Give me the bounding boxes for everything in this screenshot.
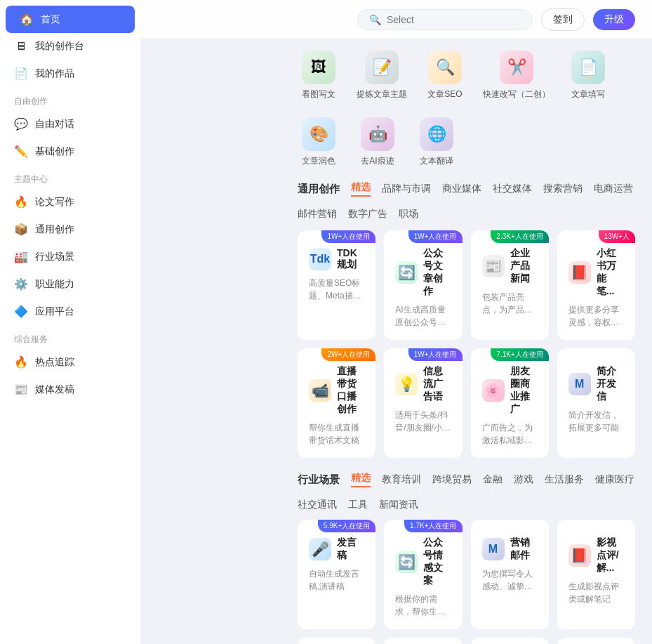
industry-tab-health[interactable]: 健康医疗 <box>595 473 634 486</box>
sidebar-item-hotspot[interactable]: 🔥 热点追踪 <box>0 348 140 376</box>
tool-refine-theme[interactable]: 📝 提炼文章主题 <box>357 51 407 100</box>
general-tab-ecommerce[interactable]: 电商运营 <box>594 183 633 195</box>
industry-tab-cross[interactable]: 跨境贸易 <box>432 473 472 486</box>
tool-translate[interactable]: 🌐 文本翻译 <box>415 117 458 167</box>
general-cards-grid: 1W+人在使用 Tdk TDK规划 高质量SEO标题、Meta描述和关键字，快速… <box>298 230 635 458</box>
sidebar-item-industry[interactable]: 🏭 行业场景 <box>0 243 140 270</box>
card-xhs-badge: 13W+人 <box>599 230 635 243</box>
card-movie-review[interactable]: 📕 影视点评/解... 生成影视点评类或解笔记 <box>557 520 635 629</box>
general-tab-workplace[interactable]: 职场 <box>399 208 418 221</box>
article-color-icon: 🎨 <box>302 117 335 151</box>
card-emotion-title: 公众号情感文案 <box>423 537 451 587</box>
tool-look-write[interactable]: 🖼 看图写文 <box>298 51 340 100</box>
general-section-tabs: 通用创作 精选 品牌与市调 商业媒体 社交媒体 搜索营销 电商运营 邮件营销 数… <box>298 181 635 221</box>
signin-button[interactable]: 签到 <box>541 8 585 31</box>
card-live-title: 直播带货口播创作 <box>337 365 364 416</box>
card-emotion-icon: 🔄 <box>395 551 418 573</box>
sidebar-item-home[interactable]: 🏠 首页 <box>6 6 135 33</box>
upgrade-button[interactable]: 升级 <box>593 9 635 30</box>
card-friend-title: 朋友圈商业推广 <box>510 365 538 416</box>
quick-rewrite-icon: ✂️ <box>500 51 533 84</box>
card-customs-reply[interactable]: M 清关回复信 包裹在海关清关、客服回复信 <box>384 638 462 644</box>
edit-icon: ✏️ <box>14 145 28 158</box>
card-info-header: 💡 信息流广告语 <box>395 365 451 403</box>
translate-icon: 🌐 <box>420 117 453 151</box>
card-gzh-create[interactable]: 1W+人在使用 🔄 公众号文章创作 AI生成高质量原创公众号文章，帮助您轻松实现… <box>384 230 462 340</box>
card-emotion-gzh[interactable]: 1.7K+人在使用 🔄 公众号情感文案 根据你的需求，帮你生成情感文案类公众号文… <box>384 520 462 629</box>
sidebar-item-free-chat[interactable]: 💬 自由对话 <box>0 110 140 138</box>
section-label-theme: 主题中心 <box>0 165 140 188</box>
card-tdk-desc: 高质量SEO标题、Meta描述和关键字，快速提升... <box>309 277 364 302</box>
look-write-icon: 🖼 <box>302 51 335 84</box>
industry-cards-grid: 5.9K+人在使用 🎤 发言稿 自动生成发言稿,演讲稿 1.7K+人在使用 🔄 … <box>298 520 635 644</box>
general-tab-digital[interactable]: 数字广告 <box>348 208 387 221</box>
industry-tab-game[interactable]: 游戏 <box>514 473 533 486</box>
industry-tab-finance[interactable]: 金融 <box>483 473 503 486</box>
industry-tab-social[interactable]: 社交通讯 <box>298 499 337 511</box>
card-news-desc: 包装产品亮点，为产品推广提供更多可能 <box>482 291 538 316</box>
card-car-notes[interactable]: 📕 汽车试驾笔记 帮你生成各类汽车试驾类型的笔记 <box>471 638 549 644</box>
card-xhs-title: 小红书万能笔... <box>597 247 624 298</box>
general-tab-biz-media[interactable]: 商业媒体 <box>442 183 481 195</box>
card-intro-icon: M <box>568 373 591 395</box>
general-tab-selected[interactable]: 精选 <box>351 181 371 197</box>
card-gzh-title: 公众号文章创作 <box>423 247 451 298</box>
look-write-label: 看图写文 <box>302 88 335 100</box>
card-tdk-icon: Tdk <box>309 248 331 270</box>
industry-tab-tool[interactable]: 工具 <box>348 499 368 511</box>
section-label-service: 综合服务 <box>0 325 140 348</box>
general-tab-brand[interactable]: 品牌与市调 <box>382 183 431 195</box>
tool-quick-rewrite[interactable]: ✂️ 快速改写（二创） <box>483 51 550 100</box>
card-xhs[interactable]: 13W+人 📕 小红书万能笔... 提供更多分享灵感，容权重提供更多可能 <box>557 230 635 340</box>
quick-rewrite-label: 快速改写（二创） <box>483 88 550 100</box>
card-info-ad[interactable]: 1W+人在使用 💡 信息流广告语 适用于头条/抖音/朋友圈/小红书等平台，广告更… <box>384 348 462 458</box>
article-seo-icon: 🔍 <box>428 51 462 84</box>
sidebar-industry-label: 行业场景 <box>35 251 74 263</box>
card-friend-biz[interactable]: 7.1K+人在使用 🌸 朋友圈商业推广 广而告之，为激活私域影响力提供更多可能 <box>471 348 549 458</box>
sidebar-item-works[interactable]: 📄 我的作品 <box>0 60 140 87</box>
tool-article-fill[interactable]: 📄 文章填写 <box>567 51 609 100</box>
card-speech-header: 🎤 发言稿 <box>309 537 364 562</box>
card-intro-title: 简介开发信 <box>597 365 624 403</box>
card-contract[interactable]: 📋 万能合同助手 根据你的需求，帮你生成各类合同范本 <box>557 638 635 644</box>
tool-remove-ai[interactable]: 🤖 去AI痕迹 <box>357 117 399 167</box>
sidebar-item-workspace[interactable]: 🖥 我的创作台 <box>0 33 140 60</box>
sidebar-item-app-platform[interactable]: 🔷 应用平台 <box>0 298 140 325</box>
sidebar-item-basic-create[interactable]: ✏️ 基础创作 <box>0 138 140 165</box>
tool-article-seo[interactable]: 🔍 文章SEO <box>424 51 466 100</box>
industry-section-title: 行业场景 <box>298 473 340 487</box>
search-input[interactable] <box>387 14 521 25</box>
card-info-icon: 💡 <box>395 373 418 395</box>
card-info-desc: 适用于头条/抖音/朋友圈/小红书等平台，广告更... <box>395 409 451 434</box>
remove-ai-icon: 🤖 <box>361 117 394 151</box>
card-intro-mail[interactable]: M 简介开发信 简介开发信，拓展更多可能 <box>557 348 635 458</box>
industry-tab-life[interactable]: 生活服务 <box>545 473 584 486</box>
search-bar[interactable]: 🔍 <box>357 9 533 30</box>
general-tab-email[interactable]: 邮件营销 <box>298 208 337 221</box>
general-tab-search[interactable]: 搜索营销 <box>543 183 583 195</box>
sidebar-essay-label: 论文写作 <box>35 196 74 209</box>
card-live[interactable]: 2W+人在使用 📹 直播带货口播创作 帮你生成直播带货话术文稿 <box>298 348 375 458</box>
card-speech[interactable]: 5.9K+人在使用 🎤 发言稿 自动生成发言稿,演讲稿 <box>298 520 375 629</box>
industry-tab-edu[interactable]: 教育培训 <box>382 473 421 486</box>
sidebar-free-chat-label: 自由对话 <box>35 118 74 131</box>
general-tab-social[interactable]: 社交媒体 <box>493 183 532 195</box>
card-mmail-title: 营销邮件 <box>510 537 538 562</box>
card-food-copy[interactable]: 🍽 菜品文案 热忱服务，以口感和营养的完美融合，提供愉悦... <box>298 638 375 644</box>
card-live-badge: 2W+人在使用 <box>321 348 375 361</box>
sidebar-item-general[interactable]: 📦 通用创作 <box>0 216 140 243</box>
sidebar-item-essay[interactable]: 🔥 论文写作 <box>0 188 140 216</box>
card-xhs-header: 📕 小红书万能笔... <box>568 247 624 298</box>
tool-article-color[interactable]: 🎨 文章润色 <box>298 117 340 167</box>
card-emotion-desc: 根据你的需求，帮你生成情感文案类公众号文章 <box>395 593 451 618</box>
card-marketing-mail[interactable]: M 营销邮件 为您撰写令人感动、诚挚的节日祝福邮件，让您... <box>471 520 549 629</box>
search-icon: 🔍 <box>369 14 381 25</box>
card-tdk[interactable]: 1W+人在使用 Tdk TDK规划 高质量SEO标题、Meta描述和关键字，快速… <box>298 230 375 340</box>
sidebar-item-media[interactable]: 📰 媒体发稿 <box>0 376 140 403</box>
refine-theme-label: 提炼文章主题 <box>357 88 407 100</box>
industry-tab-selected[interactable]: 精选 <box>351 472 371 487</box>
industry-tab-news[interactable]: 新闻资讯 <box>379 499 418 511</box>
card-news[interactable]: 2.3K+人在使用 📰 企业产品新闻 包装产品亮点，为产品推广提供更多可能 <box>471 230 549 340</box>
sidebar-item-career[interactable]: ⚙️ 职业能力 <box>0 270 140 298</box>
hotspot-icon: 🔥 <box>14 355 28 369</box>
